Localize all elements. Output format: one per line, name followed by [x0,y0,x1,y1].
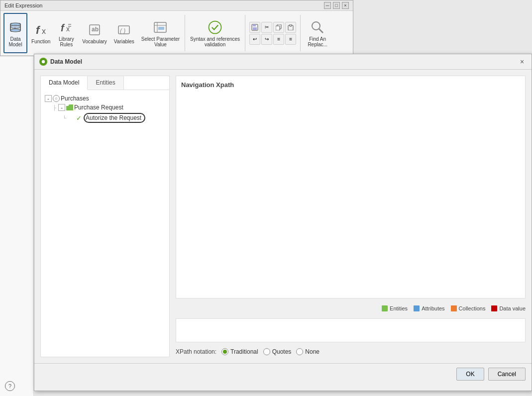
undo-btn[interactable]: ↩ [249,34,260,45]
ribbon-vocabulary[interactable]: ab Vocabulary [79,13,109,53]
attributes-legend-label: Attributes [422,305,444,311]
tree-item-authorize[interactable]: └ ✓ Autorize the Request [43,112,167,124]
tab-data-model[interactable]: Data Model [41,76,88,90]
notation-traditional[interactable]: Traditional [221,348,258,355]
data-model-dialog: Data Model × Data Model Entities - ○ Pur… [34,54,532,391]
tree-item-purchase-request[interactable]: ├ - Purchase Request [43,103,167,112]
find-replace-label: Find AnReplac... [308,36,327,47]
traditional-radio-fill [223,350,227,354]
none-label: None [305,348,319,355]
tab-entities[interactable]: Entities [88,76,123,90]
copy-btn[interactable] [273,22,284,33]
svg-line-30 [319,29,323,33]
ok-button[interactable]: OK [456,368,484,381]
xpath-input-area[interactable] [176,318,526,342]
tree-tabs: Data Model Entities [41,76,169,90]
ribbon: + DataModel f x Function f x [0,11,353,56]
svg-text:ab: ab [92,26,99,33]
legend-collections: Collections [451,305,486,311]
authorize-expander [68,114,75,121]
authorize-check-icon: ✓ [76,114,82,122]
editor-left-panel: 1 ? [0,45,34,396]
vocabulary-icon: ab [87,22,103,38]
purchases-expander[interactable]: - [45,95,52,102]
purchases-label: Purchases [61,95,89,102]
svg-text:( ): ( ) [120,27,125,34]
tree-item-purchases[interactable]: - ○ Purchases [43,94,167,103]
traditional-label: Traditional [230,348,258,355]
ribbon-select-param[interactable]: Select ParameterValue [138,13,183,53]
xpath-title: Navigation Xpath [181,81,520,89]
notation-row: XPath notation: Traditional Quotes None [176,346,526,357]
svg-rect-20 [158,27,164,30]
cancel-button[interactable]: Cancel [488,368,526,381]
svg-rect-23 [253,24,256,26]
redo-btn[interactable]: ↪ [261,34,272,45]
legend-entities: Entities [382,305,408,311]
none-radio[interactable] [296,348,303,355]
ribbon-library[interactable]: f x LibraryRules [54,13,78,53]
variables-icon: ( ) [116,22,132,38]
maximize-btn[interactable]: □ [333,2,340,9]
legend-data-value: Data value [491,305,526,311]
svg-point-21 [209,21,221,33]
dialog-footer: OK Cancel [34,363,532,385]
toolbar-title: Edit Expression [4,2,42,8]
align-right-btn[interactable]: ≡ [285,34,296,45]
ribbon-sep-3 [300,15,301,51]
toolbar-titlebar: Edit Expression ─ □ × [0,0,353,11]
notation-label: XPath notation: [176,348,216,355]
help-button[interactable]: ? [5,381,15,391]
save-btn[interactable] [249,22,260,33]
data-value-legend-label: Data value [499,305,526,311]
svg-rect-28 [290,24,292,26]
legend-row: Entities Attributes Collections Data val… [176,302,526,314]
ribbon-syntax[interactable]: Syntax and referencesvalidation [187,13,243,53]
data-model-label: DataModel [8,36,22,47]
svg-text:+: + [14,26,16,30]
library-label: LibraryRules [59,36,74,47]
ribbon-data-model[interactable]: + DataModel [3,13,27,53]
paste-btn[interactable] [285,22,296,33]
notation-none[interactable]: None [296,348,319,355]
select-param-label: Select ParameterValue [141,36,180,47]
data-value-color-swatch [491,305,497,311]
svg-text:x: x [42,27,46,35]
dialog-title-left: Data Model [39,58,82,66]
variables-label: Variables [114,39,134,44]
dialog-title-icon [39,58,47,66]
svg-point-29 [312,22,320,30]
right-panel: Navigation Xpath Entities Attributes Col… [176,76,526,357]
traditional-radio[interactable] [221,348,228,355]
svg-text:f: f [36,24,41,36]
vocabulary-label: Vocabulary [82,39,106,44]
dialog-title: Data Model [50,58,82,65]
function-label: Function [31,39,50,44]
dialog-close-button[interactable]: × [518,57,527,66]
entities-color-swatch [382,305,388,311]
syntax-label: Syntax and referencesvalidation [190,36,240,47]
ribbon-edit-group: ✂ ↩ ↪ ≡ ≡ [247,13,298,53]
quotes-label: Quotes [272,348,292,355]
close-toolbar-btn[interactable]: × [342,2,349,9]
ribbon-find-replace[interactable]: Find AnReplac... [303,13,332,53]
select-param-icon [152,19,168,35]
edit-row-1: ✂ [249,22,296,33]
data-model-icon: + [7,19,23,35]
ribbon-sep-1 [185,15,185,51]
purchase-request-expander[interactable]: - [58,104,65,111]
cut-btn[interactable]: ✂ [261,22,272,33]
library-icon: f x [58,19,74,35]
ribbon-variables[interactable]: ( ) Variables [111,13,137,53]
xpath-display: Navigation Xpath [176,76,526,298]
quotes-radio[interactable] [263,348,270,355]
ribbon-function[interactable]: f x Function [28,13,53,53]
purchases-entity-icon: ○ [53,95,60,102]
align-left-btn[interactable]: ≡ [273,34,284,45]
ribbon-sep-2 [245,15,245,51]
toolbar-controls: ─ □ × [324,2,349,9]
authorize-highlight[interactable]: Autorize the Request [84,113,145,123]
minimize-btn[interactable]: ─ [324,2,331,9]
edit-expression-toolbar: Edit Expression ─ □ × + DataModel [0,0,353,56]
notation-quotes[interactable]: Quotes [263,348,292,355]
